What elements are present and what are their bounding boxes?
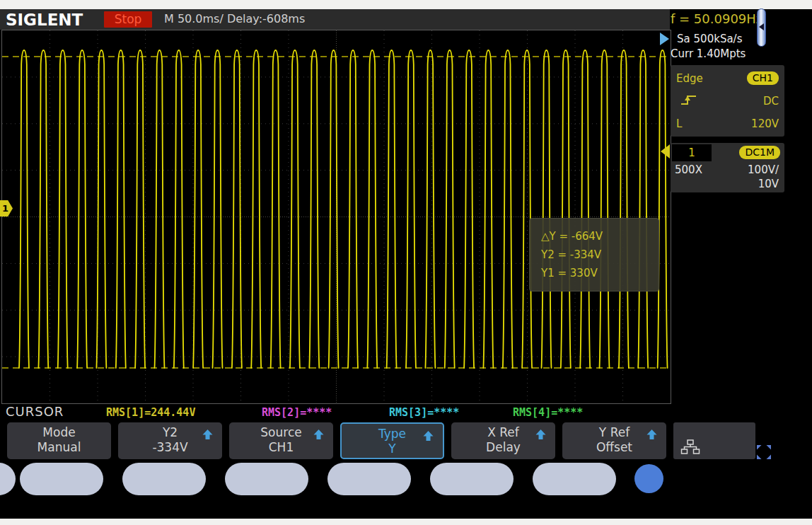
front-panel-buttons: [0, 461, 812, 495]
timebase-readout[interactable]: M 50.0ms/ Delay:-608ms: [164, 12, 305, 25]
menu-button-x-ref[interactable]: X RefDelay: [451, 422, 555, 459]
mode-label: CURSOR: [6, 404, 64, 419]
volts-per-div: 100V/: [748, 163, 779, 176]
softkey-button-2[interactable]: [122, 463, 206, 495]
trigger-position-icon: [660, 33, 669, 45]
waveform-display: [2, 30, 671, 403]
trigger-level-label: L: [676, 117, 682, 130]
trigger-source-badge: CH1: [747, 71, 779, 85]
channel-coupling-badge: DC1M: [739, 146, 780, 159]
softkey-button-5[interactable]: [430, 463, 514, 495]
cursor-y1: Y1 = 330V: [541, 264, 659, 282]
menu-button-y2[interactable]: Y2-334V: [118, 422, 222, 459]
status-bar: CURSOR RMS[1]=244.44VRMS[2]=****RMS[3]=*…: [0, 403, 812, 422]
softkey-edge-button[interactable]: [0, 463, 16, 495]
blue-circle-button[interactable]: [634, 464, 663, 493]
top-bezel: [0, 0, 812, 9]
trigger-coupling: DC: [763, 95, 779, 108]
cursor-delta-y: △Y = -664V: [541, 227, 659, 246]
menu-button-mode[interactable]: ModeManual: [7, 422, 111, 459]
siglent-logo: SIGLENT: [6, 11, 83, 29]
acquisition-info: Sa 500kSa/s: [660, 31, 742, 45]
memory-depth: Curr 1.40Mpts: [671, 47, 746, 60]
up-arrow-icon: [422, 430, 434, 444]
softkey-button-3[interactable]: [225, 463, 308, 495]
waveform-grid: [1, 30, 671, 404]
up-arrow-icon: [202, 429, 214, 443]
trigger-level-arrow-icon[interactable]: [661, 144, 670, 158]
menu-button-type[interactable]: TypeY: [340, 422, 444, 459]
trigger-level-value: 120V: [751, 117, 779, 130]
sample-rate: Sa 500kSa/s: [677, 33, 742, 45]
measurement-rms1: RMS[1]=244.44V: [106, 406, 195, 419]
up-arrow-icon: [535, 429, 547, 443]
up-arrow-icon: [646, 429, 658, 443]
softkey-menu: ModeManualY2-334VSourceCH1TypeYX RefDela…: [7, 422, 755, 459]
menu-scrollbar[interactable]: [757, 8, 766, 47]
softkey-button-1[interactable]: [20, 463, 103, 495]
rising-edge-icon: [680, 93, 697, 109]
frequency-counter: f = 50.0909Hz: [671, 11, 762, 26]
oscilloscope-screen: SIGLENT Stop M 50.0ms/ Delay:-608ms f = …: [0, 0, 812, 525]
bottom-bezel: [0, 519, 812, 525]
header-bar: SIGLENT Stop M 50.0ms/ Delay:-608ms: [0, 9, 670, 30]
cursor-y2: Y2 = -334V: [541, 246, 659, 264]
acquisition-status-badge[interactable]: Stop: [104, 11, 152, 28]
softkey-button-4[interactable]: [327, 463, 411, 495]
measurement-rms2: RMS[2]=****: [262, 406, 332, 419]
menu-button-title: Mode: [7, 425, 111, 440]
menu-button-source[interactable]: SourceCH1: [229, 422, 333, 459]
channel1-info-panel[interactable]: 1 DC1M 500X 100V/ 10V: [671, 143, 784, 192]
trigger-type: Edge: [676, 72, 703, 85]
expand-icon[interactable]: [755, 444, 772, 463]
measurement-rms3: RMS[3]=****: [389, 406, 459, 419]
trigger-info-panel[interactable]: Edge CH1 DC L 120V: [671, 65, 784, 137]
network-status-cell[interactable]: [673, 422, 755, 459]
up-arrow-icon: [313, 429, 325, 443]
channel-number: 1: [672, 144, 712, 161]
channel-offset: 10V: [758, 178, 779, 190]
scrollbar-left-arrow-icon: [759, 23, 764, 30]
menu-button-value: Manual: [7, 440, 111, 455]
cursor-readout-box: △Y = -664V Y2 = -334V Y1 = 330V: [529, 218, 659, 292]
softkey-button-6[interactable]: [533, 463, 616, 495]
probe-attenuation: 500X: [675, 163, 702, 176]
measurement-rms4: RMS[4]=****: [513, 406, 583, 419]
menu-button-y-ref[interactable]: Y RefOffset: [562, 422, 666, 459]
lan-icon: [680, 439, 700, 455]
